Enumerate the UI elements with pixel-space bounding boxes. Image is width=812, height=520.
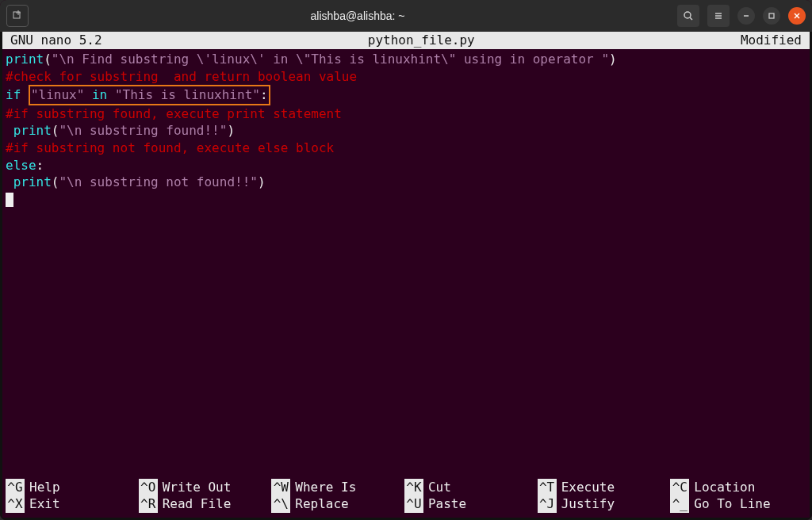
shortcut-justify[interactable]: ^JJustify: [538, 495, 671, 513]
shortcut-row: ^XExit ^RRead File ^\Replace ^UPaste ^JJ…: [6, 495, 806, 513]
window-controls: [677, 5, 806, 27]
shortcut-row: ^GHelp ^OWrite Out ^WWhere Is ^KCut ^TEx…: [6, 479, 806, 496]
shortcut-key: ^X: [6, 495, 25, 513]
shortcut-key: ^U: [404, 495, 423, 513]
code-token: :: [260, 87, 268, 102]
search-button[interactable]: [677, 5, 699, 27]
code-token: in: [84, 87, 115, 102]
window-title: alishba@alishba: ~: [38, 10, 677, 22]
shortcut-execute[interactable]: ^TExecute: [538, 479, 671, 496]
code-token: "\n substring not found!!": [59, 174, 257, 189]
code-token: (: [52, 174, 59, 189]
shortcut-label: Where Is: [295, 479, 356, 496]
menu-button[interactable]: [707, 5, 730, 27]
code-token: ): [227, 123, 235, 138]
shortcut-label: Go To Line: [694, 495, 770, 513]
code-token: "This is linuxhint": [115, 87, 260, 102]
code-token: [6, 123, 13, 138]
code-comment: #if substring not found, execute else bl…: [6, 140, 334, 155]
code-token: [21, 87, 29, 102]
close-button[interactable]: [788, 7, 806, 25]
code-token: "\n substring found!!": [59, 123, 227, 138]
code-token: print: [13, 123, 52, 138]
shortcut-key: ^R: [139, 495, 158, 513]
shortcut-replace[interactable]: ^\Replace: [271, 495, 404, 513]
shortcut-key: ^J: [538, 495, 557, 513]
code-token: print: [6, 52, 44, 67]
nano-header: GNU nano 5.2 python_file.py Modified: [2, 32, 810, 49]
shortcut-key: ^_: [670, 495, 689, 513]
svg-line-4: [690, 17, 692, 20]
shortcut-key: ^T: [538, 479, 557, 496]
minimize-button[interactable]: [737, 7, 755, 25]
svg-rect-9: [769, 13, 774, 18]
code-comment: #if substring found, execute print state…: [6, 106, 342, 121]
shortcut-readfile[interactable]: ^RRead File: [139, 495, 272, 513]
code-comment: #check for substring and return boolean …: [6, 69, 357, 84]
shortcut-label: Location: [694, 479, 755, 496]
shortcut-label: Write Out: [163, 479, 232, 496]
shortcut-writeout[interactable]: ^OWrite Out: [139, 479, 272, 496]
new-tab-icon[interactable]: [6, 5, 29, 27]
code-token: else: [6, 158, 36, 173]
highlight-box: "linux" in "This is linuxhint":: [29, 85, 270, 105]
shortcut-label: Paste: [428, 495, 466, 513]
code-token: (: [44, 52, 52, 67]
shortcut-label: Replace: [295, 495, 348, 513]
maximize-button[interactable]: [763, 7, 780, 25]
shortcut-exit[interactable]: ^XExit: [6, 495, 139, 513]
code-token: ): [609, 52, 617, 67]
shortcut-label: Exit: [29, 495, 60, 513]
nano-status: Modified: [741, 32, 802, 49]
shortcut-label: Justify: [561, 495, 615, 513]
nano-version: GNU nano 5.2: [10, 32, 102, 49]
shortcut-location[interactable]: ^CLocation: [670, 479, 803, 496]
text-cursor: [6, 193, 13, 207]
shortcut-key: ^\: [271, 495, 290, 513]
code-token: "\n Find substring \'linux\' in \"This i…: [52, 52, 609, 67]
code-token: print: [13, 174, 52, 189]
svg-point-3: [684, 12, 691, 18]
shortcut-label: Read File: [163, 495, 232, 513]
shortcut-cut[interactable]: ^KCut: [404, 479, 538, 496]
code-token: :: [36, 158, 44, 173]
shortcut-key: ^G: [6, 479, 25, 496]
shortcut-gotoline[interactable]: ^_Go To Line: [670, 495, 803, 513]
shortcut-whereis[interactable]: ^WWhere Is: [271, 479, 404, 496]
shortcut-key: ^W: [271, 479, 290, 496]
code-token: (: [52, 123, 59, 138]
terminal-area[interactable]: GNU nano 5.2 python_file.py Modified pri…: [0, 32, 812, 520]
nano-shortcuts: ^GHelp ^OWrite Out ^WWhere Is ^KCut ^TEx…: [2, 477, 810, 518]
titlebar: alishba@alishba: ~: [0, 0, 812, 32]
shortcut-help[interactable]: ^GHelp: [6, 479, 139, 496]
shortcut-label: Execute: [561, 479, 615, 496]
shortcut-paste[interactable]: ^UPaste: [404, 495, 538, 513]
shortcut-label: Cut: [428, 479, 451, 496]
shortcut-key: ^O: [139, 479, 158, 496]
code-token: [6, 174, 13, 189]
code-token: if: [6, 87, 21, 102]
shortcut-key: ^C: [670, 479, 689, 496]
code-token: ): [258, 174, 266, 189]
nano-filename: python_file.py: [102, 32, 741, 49]
terminal-window: alishba@alishba: ~ GNU nano 5.2 python_f…: [0, 0, 812, 520]
shortcut-label: Help: [29, 479, 60, 496]
editor-body[interactable]: print("\n Find substring \'linux\' in \"…: [2, 49, 810, 477]
shortcut-key: ^K: [404, 479, 423, 496]
code-token: "linux": [31, 87, 84, 102]
